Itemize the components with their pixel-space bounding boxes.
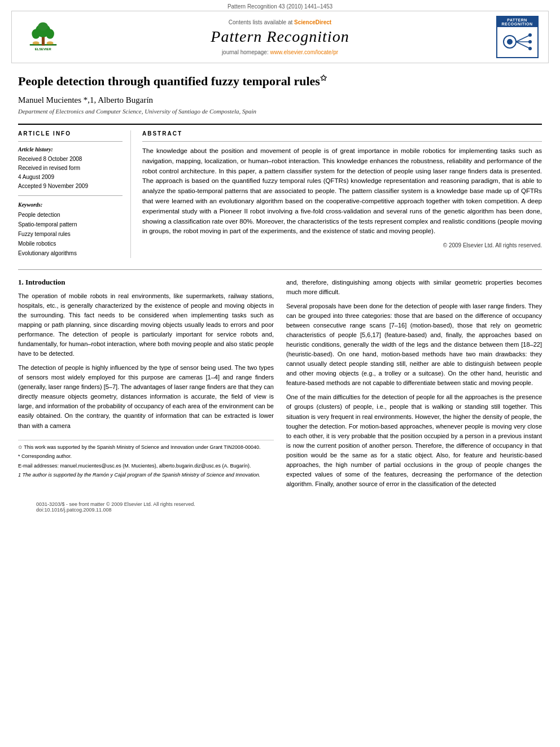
intro-right-paragraph-3: One of the main difficulties for the det… <box>286 392 542 488</box>
svg-point-3 <box>32 29 40 39</box>
intro-right-paragraph-1: and, therefore, distinguishing among obj… <box>286 278 542 297</box>
svg-line-13 <box>516 42 530 49</box>
article-history-revised-date: 4 August 2009 <box>18 173 123 182</box>
footnote-star: ✩ This work was supported by the Spanish… <box>18 444 274 452</box>
body-right-col: and, therefore, distinguishing among obj… <box>286 278 542 493</box>
intro-paragraph-1: The operation of mobile robots in real e… <box>18 291 274 359</box>
keyword-4: Mobile robotics <box>18 239 123 248</box>
svg-line-11 <box>516 35 530 42</box>
footnote-1: 1 The author is supported by the Ramón y… <box>18 471 274 479</box>
journal-header: ELSEVIER Contents lists available at Sci… <box>11 11 549 63</box>
journal-title-header: Pattern Recognition <box>68 28 492 46</box>
pr-badge: PATTERN RECOGNITION <box>496 16 539 58</box>
journal-header-center: Contents lists available at ScienceDirec… <box>68 19 492 55</box>
article-info-divider <box>18 141 123 142</box>
abstract-label: ABSTRACT <box>142 130 542 137</box>
authors: Manuel Mucientes *,1, Alberto Bugarín <box>18 95 542 105</box>
paper-title: People detection through quantified fuzz… <box>18 73 542 90</box>
body-section: 1. Introduction The operation of mobile … <box>18 269 542 493</box>
journal-homepage-line: journal homepage: www.elsevier.com/locat… <box>68 49 492 55</box>
affiliation: Department of Electronics and Computer S… <box>18 108 542 115</box>
svg-point-14 <box>528 33 532 37</box>
svg-text:ELSEVIER: ELSEVIER <box>34 47 51 51</box>
svg-point-4 <box>46 29 54 39</box>
abstract-text: The knowledge about the position and mov… <box>142 146 542 237</box>
pr-badge-middle <box>501 27 534 57</box>
article-info-abstract-section: ARTICLE INFO Article history: Received 8… <box>18 124 542 258</box>
keyword-3: Fuzzy temporal rules <box>18 229 123 239</box>
article-history-revised-label: Received in revised form <box>18 164 123 173</box>
keyword-1: People detection <box>18 210 123 220</box>
content-area: People detection through quantified fuzz… <box>0 63 560 525</box>
intro-paragraph-2: The detection of people is highly influe… <box>18 363 274 430</box>
sciencedirect-line: Contents lists available at ScienceDirec… <box>68 19 492 25</box>
bottom-bar: 0031-3203/$ - see front matter © 2009 El… <box>18 499 542 515</box>
abstract-column: ABSTRACT The knowledge about the positio… <box>142 130 542 258</box>
article-history-accepted: Accepted 9 November 2009 <box>18 182 123 191</box>
sciencedirect-link[interactable]: ScienceDirect <box>294 19 331 25</box>
footnote-corresponding: * Corresponding author. <box>18 453 274 461</box>
homepage-url[interactable]: www.elsevier.com/locate/pr <box>270 49 339 55</box>
svg-point-7 <box>46 41 53 45</box>
elsevier-logo-container: ELSEVIER <box>18 21 68 53</box>
elsevier-logo-icon: ELSEVIER <box>22 21 64 53</box>
article-info-column: ARTICLE INFO Article history: Received 8… <box>18 130 131 258</box>
abstract-divider <box>142 141 542 142</box>
pr-badge-container: PATTERN RECOGNITION <box>492 16 542 58</box>
keyword-5: Evolutionary algorithms <box>18 248 123 258</box>
keyword-2: Spatio-temporal pattern <box>18 220 123 229</box>
article-history-received1: Received 8 October 2008 <box>18 155 123 164</box>
issn-line: 0031-3203/$ - see front matter © 2009 El… <box>36 501 524 507</box>
svg-point-5 <box>38 22 48 30</box>
journal-citation: Pattern Recognition 43 (2010) 1441–1453 <box>0 0 560 11</box>
body-left-col: 1. Introduction The operation of mobile … <box>18 278 274 493</box>
intro-title: 1. Introduction <box>18 278 274 287</box>
footnote-email: E-mail addresses: manuel.mucientes@usc.e… <box>18 462 274 470</box>
keywords-label: Keywords: <box>18 202 123 208</box>
intro-right-paragraph-2: Several proposals have been done for the… <box>286 302 542 388</box>
doi-line: doi:10.1016/j.patcog.2009.11.008 <box>36 507 524 513</box>
copyright-line: © 2009 Elsevier Ltd. All rights reserved… <box>142 242 542 248</box>
article-info-label: ARTICLE INFO <box>18 130 123 137</box>
footnotes-section: ✩ This work was supported by the Spanish… <box>18 440 274 479</box>
svg-point-16 <box>528 47 532 50</box>
pr-badge-top: PATTERN RECOGNITION <box>497 17 537 27</box>
svg-point-10 <box>507 39 513 45</box>
keywords-divider <box>18 195 123 196</box>
svg-point-6 <box>32 41 39 45</box>
pr-badge-icon <box>502 29 533 55</box>
svg-point-15 <box>528 40 532 43</box>
page-wrapper: Pattern Recognition 43 (2010) 1441–1453 … <box>0 0 560 747</box>
article-history-label: Article history: <box>18 146 123 152</box>
star-footnote: ✩ <box>320 74 327 82</box>
